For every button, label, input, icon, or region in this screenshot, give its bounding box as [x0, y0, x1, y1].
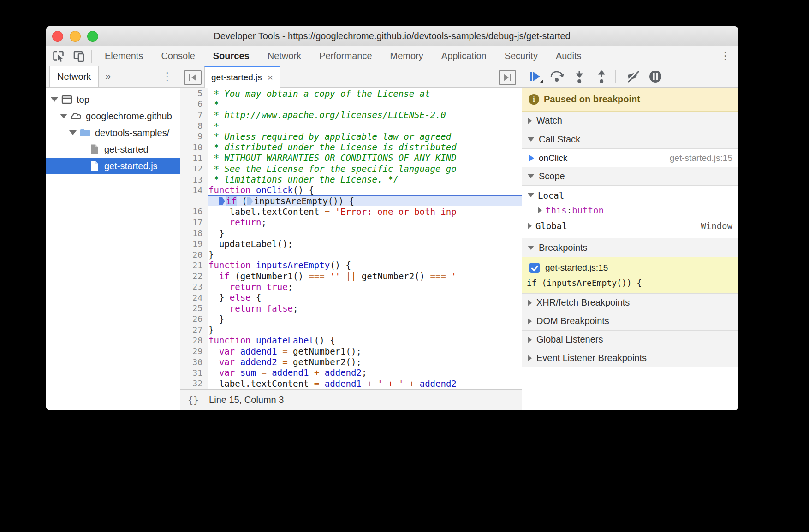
editor-tab-get-started-js[interactable]: get-started.js × — [204, 66, 280, 88]
step-out-button[interactable] — [592, 69, 611, 84]
code-line-28[interactable]: 28function updateLabel() { — [180, 335, 522, 346]
code-line-10[interactable]: 10 * distributed under the License is di… — [180, 142, 522, 152]
tab-application[interactable]: Application — [441, 51, 487, 61]
code-line-22[interactable]: 22 if (getNumber1() === '' || getNumber2… — [180, 271, 522, 281]
code-line-32[interactable]: 32 label.textContent = addend1 + ' + ' +… — [180, 378, 522, 389]
tab-performance[interactable]: Performance — [319, 51, 372, 61]
pause-on-exceptions-button[interactable] — [646, 69, 665, 84]
tab-memory[interactable]: Memory — [390, 51, 423, 61]
device-toolbar-icon[interactable] — [71, 49, 87, 63]
code-area[interactable]: 5 * You may obtain a copy of the License… — [180, 87, 522, 390]
deactivate-breakpoints-button[interactable] — [624, 69, 642, 84]
step-into-button[interactable] — [570, 69, 589, 84]
section-watch[interactable]: Watch — [522, 112, 738, 130]
step-position-marker-secondary-icon[interactable] — [247, 197, 253, 205]
inspect-element-icon[interactable] — [51, 49, 66, 63]
line-number[interactable]: 5 — [180, 89, 208, 98]
tree-item-googlechrome-github[interactable]: googlechrome.github — [46, 108, 180, 124]
code-line-17[interactable]: 17 return; — [180, 217, 522, 228]
tree-item-get-started-js[interactable]: get-started.js — [46, 158, 180, 174]
line-number[interactable]: 16 — [180, 207, 208, 216]
line-number[interactable]: 20 — [180, 250, 208, 260]
line-number[interactable]: 30 — [180, 357, 208, 367]
devtools-menu-icon[interactable]: ⋮ — [720, 51, 731, 61]
tab-elements[interactable]: Elements — [105, 51, 143, 61]
line-number[interactable]: 9 — [180, 131, 208, 141]
code-line-11[interactable]: 11 * WITHOUT WARRANTIES OR CONDITIONS OF… — [180, 153, 522, 163]
code-line-8[interactable]: 8 * — [180, 120, 522, 131]
line-number[interactable]: 23 — [180, 282, 208, 291]
chevron-down-icon[interactable] — [69, 130, 77, 135]
pretty-print-icon[interactable]: {} — [188, 395, 199, 406]
tree-item-devtools-samples-[interactable]: devtools-samples/ — [46, 124, 180, 141]
line-number[interactable]: 28 — [180, 336, 208, 345]
tab-security[interactable]: Security — [505, 51, 538, 61]
code-line-26[interactable]: 26 } — [180, 313, 522, 324]
section-xhr-breakpoints[interactable]: XHR/fetch Breakpoints — [522, 294, 738, 312]
code-line-20[interactable]: 20} — [180, 249, 522, 260]
section-call-stack[interactable]: Call Stack — [522, 130, 738, 149]
minimize-window-button[interactable] — [70, 31, 81, 42]
line-number[interactable]: 24 — [180, 293, 208, 302]
line-number[interactable]: 21 — [180, 260, 208, 270]
code-line-18[interactable]: 18 } — [180, 228, 522, 238]
callstack-frame-onclick[interactable]: onClick get-started.js:15 — [522, 149, 738, 167]
code-line-25[interactable]: 25 return false; — [180, 303, 522, 313]
line-number[interactable]: 19 — [180, 239, 208, 248]
line-number[interactable]: 11 — [180, 153, 208, 163]
scope-this[interactable]: this: button — [522, 203, 738, 218]
section-global-listeners[interactable]: Global Listeners — [522, 331, 738, 349]
section-dom-breakpoints[interactable]: DOM Breakpoints — [522, 312, 738, 331]
line-number[interactable]: 10 — [180, 142, 208, 152]
line-number[interactable]: 29 — [180, 346, 208, 356]
tab-console[interactable]: Console — [161, 51, 195, 61]
code-line-24[interactable]: 24 } else { — [180, 292, 522, 303]
step-over-button[interactable] — [548, 69, 566, 84]
line-number[interactable]: 26 — [180, 314, 208, 324]
line-number[interactable]: 17 — [180, 218, 208, 227]
code-line-29[interactable]: 29 var addend1 = getNumber1(); — [180, 346, 522, 356]
line-number[interactable]: 8 — [180, 121, 208, 130]
tree-item-get-started[interactable]: get-started — [46, 141, 180, 158]
line-number[interactable]: 31 — [180, 368, 208, 378]
zoom-window-button[interactable] — [87, 31, 98, 42]
code-line-6[interactable]: 6 * — [180, 99, 522, 109]
line-number[interactable]: 6 — [180, 99, 208, 109]
hide-navigator-icon[interactable] — [184, 70, 202, 85]
breakpoint-checkbox-checked[interactable] — [529, 263, 540, 273]
section-event-listener-breakpoints[interactable]: Event Listener Breakpoints — [522, 349, 738, 367]
section-breakpoints[interactable]: Breakpoints — [522, 238, 738, 257]
code-line-12[interactable]: 12 * See the License for the specific la… — [180, 163, 522, 174]
scope-global[interactable]: Global Window — [522, 218, 738, 234]
code-line-5[interactable]: 5 * You may obtain a copy of the License… — [180, 88, 522, 99]
line-number[interactable]: 7 — [180, 110, 208, 120]
code-line-16[interactable]: 16 label.textContent = 'Error: one or bo… — [180, 206, 522, 217]
code-line-9[interactable]: 9 * Unless required by applicable law or… — [180, 131, 522, 142]
code-line-30[interactable]: 30 var addend2 = getNumber2(); — [180, 356, 522, 367]
line-number[interactable]: 12 — [180, 164, 208, 173]
code-line-13[interactable]: 13 * limitations under the License. */ — [180, 174, 522, 184]
resume-script-button[interactable] — [526, 69, 544, 84]
line-number[interactable]: 18 — [180, 228, 208, 238]
line-number[interactable]: 25 — [180, 303, 208, 313]
hide-debugger-icon[interactable] — [499, 70, 516, 85]
code-line-27[interactable]: 27} — [180, 325, 522, 335]
breakpoint-entry[interactable]: get-started.js:15 if (inputsAreEmpty()) … — [522, 257, 738, 294]
line-number[interactable]: 14 — [180, 185, 208, 195]
line-number[interactable]: 13 — [180, 175, 208, 184]
tree-item-top[interactable]: top — [46, 91, 180, 108]
scope-local[interactable]: Local — [522, 188, 738, 203]
code-line-7[interactable]: 7 * http://www.apache.org/licenses/LICEN… — [180, 110, 522, 120]
code-line-31[interactable]: 31 var sum = addend1 + addend2; — [180, 367, 522, 378]
step-position-marker-icon[interactable] — [219, 197, 225, 205]
close-window-button[interactable] — [52, 31, 63, 42]
code-line-21[interactable]: 21function inputsAreEmpty() { — [180, 260, 522, 271]
tab-network[interactable]: Network — [268, 51, 301, 61]
more-tabs-icon[interactable]: » — [99, 66, 117, 87]
tab-network-sources[interactable]: Network — [49, 66, 99, 87]
line-number[interactable]: 27 — [180, 325, 208, 335]
chevron-down-icon[interactable] — [51, 97, 58, 102]
line-number[interactable]: 22 — [180, 271, 208, 281]
code-line-14[interactable]: 14function onClick() { — [180, 185, 522, 195]
code-line-19[interactable]: 19 updateLabel(); — [180, 238, 522, 249]
